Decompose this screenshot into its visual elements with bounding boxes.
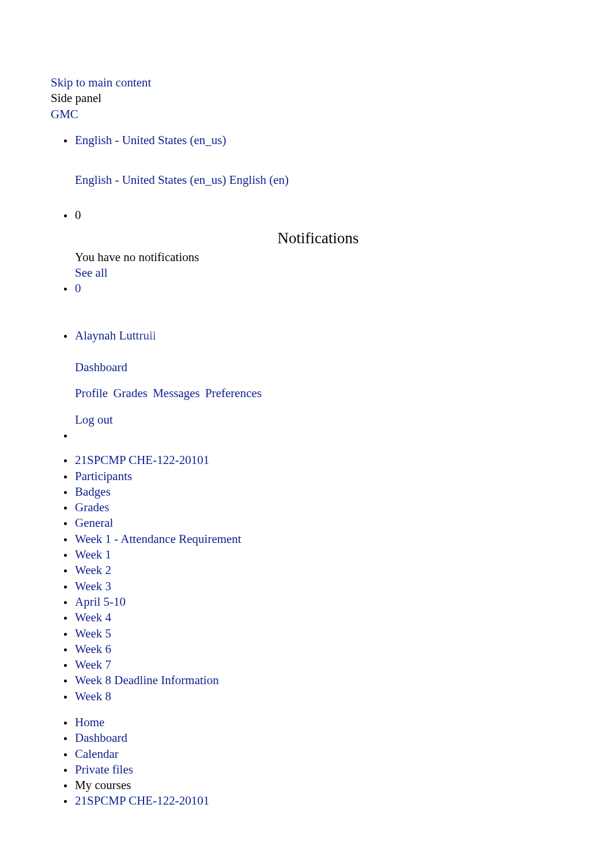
course-nav-week2[interactable]: Week 2 [75, 563, 111, 577]
user-menu-profile[interactable]: Profile [75, 386, 108, 400]
site-nav-my-courses-label: My courses [75, 778, 131, 792]
empty-list-item [74, 428, 561, 443]
course-nav-week7[interactable]: Week 7 [75, 658, 111, 671]
user-menu-toggle[interactable]: Alaynah Luttrull Dashboard Profile Grade… [74, 297, 561, 428]
course-nav-week8-deadline[interactable]: Week 8 Deadline Information [75, 673, 219, 687]
user-avatar-icon [148, 297, 176, 326]
course-nav-week1-attendance[interactable]: Week 1 - Attendance Requirement [75, 532, 241, 546]
messages-count[interactable]: 0 [75, 281, 81, 295]
course-nav-week6[interactable]: Week 6 [75, 642, 111, 656]
language-option-en[interactable]: English (en) [229, 173, 289, 187]
brand-link[interactable]: GMC [51, 107, 78, 121]
user-menu-messages[interactable]: Messages [153, 386, 200, 400]
course-nav-general[interactable]: General [75, 516, 113, 530]
course-nav-participants[interactable]: Participants [75, 469, 132, 483]
user-menu-dashboard[interactable]: Dashboard [75, 360, 127, 374]
site-nav-calendar[interactable]: Calendar [75, 747, 119, 761]
course-nav-week3[interactable]: Week 3 [75, 579, 111, 593]
course-nav-week8[interactable]: Week 8 [75, 689, 111, 703]
course-nav-grades[interactable]: Grades [75, 500, 109, 514]
site-nav-course-code[interactable]: 21SPCMP CHE-122-20101 [75, 794, 209, 807]
course-nav-week4[interactable]: Week 4 [75, 610, 111, 624]
user-menu-logout[interactable]: Log out [75, 413, 113, 427]
notifications-see-all-link[interactable]: See all [75, 266, 108, 280]
notifications-heading: Notifications [249, 228, 387, 248]
course-nav-week5[interactable]: Week 5 [75, 627, 111, 640]
side-panel-label: Side panel [51, 90, 561, 106]
notifications-empty-text: You have no notifications [75, 250, 561, 265]
course-nav-week1[interactable]: Week 1 [75, 548, 111, 561]
site-nav-dashboard[interactable]: Dashboard [75, 731, 127, 745]
course-nav-april-5-10[interactable]: April 5-10 [75, 595, 126, 609]
user-menu-grades[interactable]: Grades [113, 386, 147, 400]
course-nav-course-code[interactable]: 21SPCMP CHE-122-20101 [75, 453, 209, 467]
site-nav-home[interactable]: Home [75, 715, 104, 729]
user-name-link[interactable]: Alaynah Luttrull [75, 329, 156, 342]
skip-to-main-link[interactable]: Skip to main content [51, 76, 151, 89]
user-menu-preferences[interactable]: Preferences [205, 386, 262, 400]
language-current[interactable]: English - United States (en_us) [75, 133, 226, 147]
course-nav-badges[interactable]: Badges [75, 485, 111, 499]
language-option-en-us[interactable]: English - United States (en_us) [75, 173, 226, 187]
site-nav-private-files[interactable]: Private files [75, 763, 133, 776]
notifications-count[interactable]: 0 [75, 208, 81, 222]
